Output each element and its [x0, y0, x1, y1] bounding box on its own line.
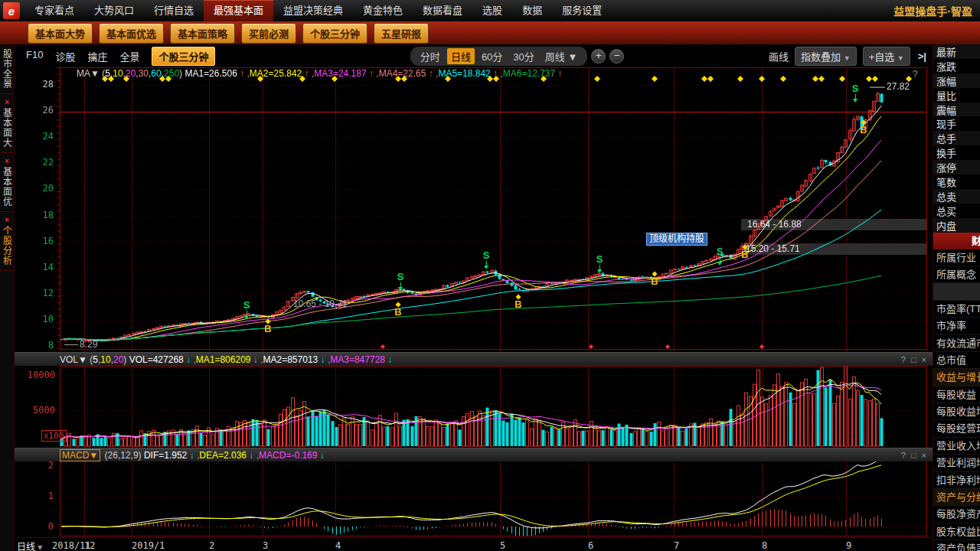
indicator-value: MA4=22.65: [379, 68, 426, 79]
indicator-value: (26,12,9): [102, 450, 144, 461]
chart-toolbar: F10诊股擒庄全景 个股三分钟 分时日线60分30分周线 ▼ + − 画线 指数…: [14, 44, 933, 67]
tab-stock-3min[interactable]: 个股三分钟: [152, 47, 215, 66]
indicator-value: ↑: [367, 68, 374, 79]
indicator-value: 60: [151, 68, 161, 79]
menu-item-1[interactable]: 大势风口: [84, 0, 144, 21]
menu-item-6[interactable]: 数据看盘: [413, 0, 472, 21]
view-tab-0[interactable]: F10: [26, 49, 43, 64]
indicator-value: ,: [244, 68, 250, 79]
finance-row-2: [933, 283, 980, 300]
menu-item-4[interactable]: 益盟决策经典: [273, 0, 353, 21]
indicator-value: MA1=26.506: [185, 68, 237, 79]
add-watchlist-button[interactable]: +自选 ▼: [863, 47, 910, 66]
indicator-value: 20: [113, 354, 123, 365]
left-tab-label: 基本面优: [1, 167, 14, 207]
restore-icon[interactable]: □: [911, 355, 916, 364]
indicator-value: MA6=12.737: [503, 68, 555, 79]
indicator-value: MA2=857013: [263, 354, 318, 365]
left-tab-0[interactable]: 股市全景: [0, 44, 14, 94]
price-axis-label: 8: [31, 340, 54, 350]
menu-item-2[interactable]: 行情自选: [144, 0, 204, 21]
ribbon-button-3[interactable]: 买前必测: [241, 23, 296, 44]
view-tab-2[interactable]: 擒庄: [87, 49, 107, 64]
close-icon[interactable]: ×: [922, 451, 926, 460]
finance-panel-header: 财务概况: [933, 233, 980, 249]
menu-item-0[interactable]: 专家看点: [24, 0, 84, 21]
menu-item-3[interactable]: 最强基本面: [204, 0, 273, 21]
ma-indicator-line[interactable]: MA▼ (5,10,20,30,60,250) MA1=26.506 ↑ ,MA…: [77, 68, 563, 79]
menu-item-7[interactable]: 选股: [472, 0, 512, 21]
ribbon-button-5[interactable]: 五星研报: [374, 23, 429, 44]
restore-icon[interactable]: □: [911, 451, 916, 460]
axis-period-label[interactable]: 日线 ▾: [17, 540, 42, 551]
gap-range-label: 15.20 - 15.71: [746, 243, 800, 254]
finance-row-6: 总市值: [933, 352, 980, 369]
menu-item-8[interactable]: 数据: [512, 0, 552, 21]
period-tab-2[interactable]: 60分: [478, 48, 506, 64]
quote-row-12: 内盘: [933, 218, 980, 233]
macd-pane-header[interactable]: MACD▼ (26,12,9) DIF=1.952 ↓ ,DEA=2.036 ↓…: [14, 448, 933, 461]
ribbon-button-2[interactable]: 基本面策略: [170, 23, 235, 44]
x-axis-date: 6: [588, 540, 593, 551]
help-icon[interactable]: ?: [901, 451, 906, 460]
help-icon[interactable]: ?: [901, 355, 906, 364]
price-high-label: 27.82: [887, 81, 910, 92]
price-axis-label: 18: [31, 210, 54, 220]
indicator-value: ,: [258, 354, 263, 365]
volume-pane-header[interactable]: VOL▼ (5,10,20) VOL=427268 ↓ ,MA1=806209 …: [14, 352, 933, 366]
right-panel: 最新涨跌涨幅量比震幅现手总手换手涨停笔数总卖总买内盘 财务概况 所属行业所属概念…: [933, 44, 980, 551]
x-axis-date: 12: [84, 540, 95, 551]
menu-item-9[interactable]: 服务设置: [552, 0, 612, 21]
ribbon-button-0[interactable]: 基本面大势: [28, 23, 93, 44]
view-tab-1[interactable]: 诊股: [55, 49, 75, 64]
indicator-value: 5: [105, 68, 110, 79]
indicator-value: ): [123, 354, 129, 365]
help-icon[interactable]: ?: [913, 69, 918, 80]
indicator-value: ↑: [491, 68, 498, 79]
finance-row-12: 营业利润增长: [933, 455, 980, 471]
close-icon[interactable]: ×: [5, 217, 9, 224]
period-tab-0[interactable]: 分时: [416, 48, 444, 64]
quote-row-10: 总卖: [933, 189, 980, 204]
indicator-value: MA2=25.842: [250, 68, 302, 79]
quote-field-list: 最新涨跌涨幅量比震幅现手总手换手涨停笔数总卖总买内盘: [933, 44, 980, 233]
zoom-out-button[interactable]: −: [609, 49, 624, 64]
left-tab-1[interactable]: ×基本面大: [0, 94, 14, 153]
indicator-value: VOL▼: [60, 354, 90, 365]
zoom-in-button[interactable]: +: [591, 49, 606, 64]
quote-row-5: 现手: [933, 116, 980, 131]
ribbon-button-1[interactable]: 基本面优选: [99, 23, 164, 44]
price-chart-canvas[interactable]: [14, 67, 933, 537]
left-tab-3[interactable]: ×个股分析: [0, 212, 14, 271]
menu-item-5[interactable]: 黄金特色: [353, 0, 413, 21]
period-tab-3[interactable]: 30分: [509, 48, 537, 64]
close-icon[interactable]: ×: [5, 158, 9, 165]
indicator-value: ↓: [250, 354, 257, 365]
period-tab-1[interactable]: 日线: [447, 48, 475, 64]
price-axis-label: 24: [31, 131, 54, 142]
price-axis-label: 28: [31, 79, 54, 90]
index-overlay-button[interactable]: 指数叠加 ▼: [795, 47, 857, 66]
brand-title: 益盟操盘手·智盈: [893, 3, 972, 18]
indicator-value: ↓: [318, 354, 325, 365]
ribbon-button-4[interactable]: 个股三分钟: [302, 23, 368, 44]
indicator-value: ↑: [555, 68, 562, 79]
indicator-value: ↓: [184, 354, 191, 365]
price-axis-label: 12: [31, 288, 54, 298]
quote-row-6: 总手: [933, 131, 980, 145]
volume-axis-label: 10000: [28, 370, 55, 380]
price-axis-label: 16: [31, 236, 54, 246]
close-icon[interactable]: ×: [922, 355, 926, 364]
finance-row-13: 扣非净利增长: [933, 472, 980, 489]
quote-row-4: 震幅: [933, 103, 980, 117]
price-axis-label: 20: [31, 183, 54, 194]
indicator-dropdown[interactable]: MACD▼: [60, 449, 100, 461]
collapse-panel-icon[interactable]: >|: [918, 51, 926, 62]
draw-line-button[interactable]: 画线: [769, 49, 789, 64]
period-tab-4[interactable]: 周线 ▼: [541, 48, 581, 64]
indicator-value: ↓: [247, 450, 253, 461]
close-icon[interactable]: ×: [5, 99, 9, 106]
view-tab-3[interactable]: 全景: [119, 49, 139, 64]
left-tab-2[interactable]: ×基本面优: [0, 153, 14, 212]
x-axis-date: 3: [263, 540, 268, 551]
